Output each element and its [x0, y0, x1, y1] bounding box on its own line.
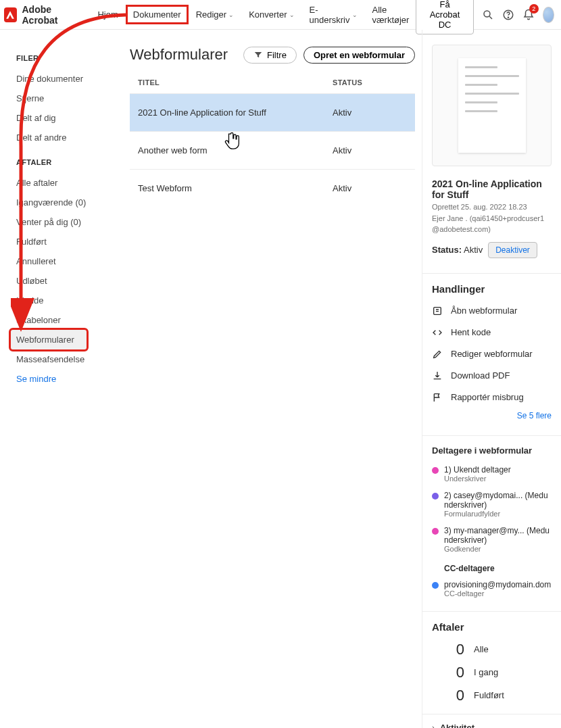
participant-dot: [432, 467, 439, 474]
col-status: STATUS: [333, 78, 407, 87]
help-icon[interactable]: [502, 8, 514, 22]
participant-label: 2) casey@mydomai... (Medunderskriver): [444, 491, 552, 510]
chevron-down-icon: ⌄: [352, 11, 358, 18]
sidebar-item-delt-af-dig[interactable]: Delt af dig: [16, 108, 115, 128]
sidebar-item-venter[interactable]: Venter på dig (0): [16, 212, 115, 232]
rp-heading-aftaler: Aftaler: [422, 621, 561, 638]
main: Webformularer Filtre Opret en webformula…: [115, 30, 422, 728]
sidebar-item-stjerne[interactable]: Stjerne: [16, 89, 115, 108]
participant-row: 2) casey@mydomai... (Medunderskriver) Fo…: [422, 487, 561, 522]
open-icon: [432, 306, 443, 316]
search-icon[interactable]: [482, 8, 494, 22]
cc-role: CC-deltager: [444, 589, 552, 598]
sidebar-item-delt-af-andre[interactable]: Delt af andre: [16, 128, 115, 147]
table-row[interactable]: 2021 On-line Application for Stuff Aktiv: [130, 93, 415, 131]
row-status: Aktiv: [333, 145, 407, 155]
col-title: TITEL: [138, 78, 333, 87]
sidebar-heading-filer: FILER: [16, 54, 115, 62]
participant-label: 1) Ukendt deltager: [444, 465, 511, 475]
see-more-link[interactable]: Se 5 flere: [422, 408, 561, 430]
sidebar-item-fuldfort[interactable]: Fuldført: [16, 232, 115, 251]
nav-documents[interactable]: Dokumenter: [126, 5, 188, 24]
cc-label: provisioning@mydomain.dom: [444, 580, 551, 589]
notification-badge: 2: [529, 4, 539, 14]
status-value: Aktiv: [464, 245, 483, 255]
participant-row: 1) Ukendt deltager Underskriver: [422, 461, 561, 487]
chevron-down-icon: ⌄: [289, 11, 295, 18]
nav-esign[interactable]: E-underskriv⌄: [303, 1, 364, 29]
sidebar-item-masseafsendelse[interactable]: Masseafsendelse: [16, 349, 115, 369]
avatar[interactable]: [543, 7, 554, 23]
aftaler-num: 0: [452, 664, 464, 681]
sidebar-heading-aftaler: AFTALER: [16, 158, 115, 166]
row-title: 2021 On-line Application for Stuff: [138, 107, 333, 118]
topbar: Adobe Acrobat Hjem Dokumenter Rediger⌄ K…: [0, 0, 561, 30]
row-status: Aktiv: [333, 183, 407, 193]
aftaler-label: I gang: [474, 667, 498, 677]
create-webform-button[interactable]: Opret en webformular: [303, 47, 415, 64]
filter-label: Filtre: [267, 50, 287, 60]
deactivate-button[interactable]: Deaktiver: [488, 242, 537, 258]
participant-label: 3) my-manager@my... (Medunderskriver): [444, 526, 552, 545]
activity-label: Aktivitet: [440, 723, 474, 729]
aftaler-num: 0: [452, 641, 464, 658]
rp-owner: Ejer Jane . (qai61450+prodcuser1@adobete…: [432, 213, 552, 235]
action-edit-webform[interactable]: Rediger webformular: [422, 343, 561, 365]
aftaler-row[interactable]: 0 Fuldført: [422, 684, 561, 707]
nav-convert[interactable]: Konverter⌄: [242, 5, 301, 24]
aftaler-label: Alle: [474, 644, 489, 654]
action-label: Hent kode: [451, 327, 491, 337]
filter-button[interactable]: Filtre: [243, 47, 297, 64]
action-label: Rediger webformular: [451, 349, 533, 359]
document-preview[interactable]: [432, 45, 552, 166]
action-get-code[interactable]: Hent kode: [422, 322, 561, 343]
sidebar-se-mindre[interactable]: Se mindre: [16, 369, 115, 384]
activity-toggle[interactable]: › Aktivitet: [422, 714, 561, 729]
sidebar-item-annulleret[interactable]: Annulleret: [16, 251, 115, 271]
rp-heading-cc: CC-deltagere: [422, 557, 561, 576]
rp-info: 2021 On-line Application for Stuff Opret…: [422, 178, 561, 268]
table-row[interactable]: Test Webform Aktiv: [130, 169, 415, 207]
rp-title: 2021 On-line Application for Stuff: [432, 178, 552, 200]
notification-icon[interactable]: 2: [522, 8, 535, 22]
table-header: TITEL STATUS: [130, 78, 415, 93]
brand-label: Adobe Acrobat: [22, 4, 79, 26]
sidebar: FILER Dine dokumenter Stjerne Delt af di…: [0, 30, 115, 728]
chevron-right-icon: ›: [432, 723, 435, 728]
rp-created: Oprettet 25. aug. 2022 18.23: [432, 201, 552, 213]
participant-dot: [432, 493, 439, 500]
sidebar-item-skabeloner[interactable]: Skabeloner: [16, 310, 115, 330]
participant-dot: [432, 582, 439, 589]
sidebar-item-alle-aftaler[interactable]: Alle aftaler: [16, 173, 115, 193]
rp-heading-actions: Handlinger: [422, 283, 561, 300]
action-download-pdf[interactable]: Download PDF: [422, 365, 561, 387]
action-label: Download PDF: [451, 370, 510, 381]
aftaler-row[interactable]: 0 I gang: [422, 661, 561, 684]
sidebar-item-udlobet[interactable]: Udløbet: [16, 271, 115, 291]
sidebar-item-webformularer[interactable]: Webformularer: [11, 330, 87, 349]
divider: [422, 435, 561, 436]
action-report-abuse[interactable]: Rapportér misbrug: [422, 387, 561, 408]
cc-row: provisioning@mydomain.dom CC-deltager: [422, 576, 561, 602]
sidebar-item-dine-dokumenter[interactable]: Dine dokumenter: [16, 69, 115, 89]
topnav: Hjem Dokumenter Rediger⌄ Konverter⌄ E-un…: [91, 1, 416, 29]
nav-alltools[interactable]: Alle værktøjer: [366, 1, 416, 29]
sidebar-item-kladde[interactable]: Kladde: [16, 291, 115, 310]
aftaler-row[interactable]: 0 Alle: [422, 638, 561, 661]
flag-icon: [432, 392, 443, 403]
participant-role: Formularudfylder: [444, 510, 552, 518]
nav-home[interactable]: Hjem: [91, 5, 124, 24]
participant-role: Underskriver: [444, 475, 552, 483]
rp-heading-participants: Deltagere i webformular: [422, 445, 561, 461]
nav-edit[interactable]: Rediger⌄: [189, 5, 241, 24]
participant-row: 3) my-manager@my... (Medunderskriver) Go…: [422, 522, 561, 557]
rp-status-row: Status: Aktiv Deaktiver: [432, 242, 552, 258]
table-row[interactable]: Another web form Aktiv: [130, 131, 415, 169]
action-open-webform[interactable]: Åbn webformular: [422, 300, 561, 322]
main-header: Webformularer Filtre Opret en webformula…: [130, 46, 415, 64]
participant-dot: [432, 528, 439, 535]
divider: [422, 611, 561, 612]
row-title: Test Webform: [138, 183, 333, 193]
chevron-down-icon: ⌄: [228, 11, 234, 18]
sidebar-item-igangvaerende[interactable]: Igangværende (0): [16, 193, 115, 212]
